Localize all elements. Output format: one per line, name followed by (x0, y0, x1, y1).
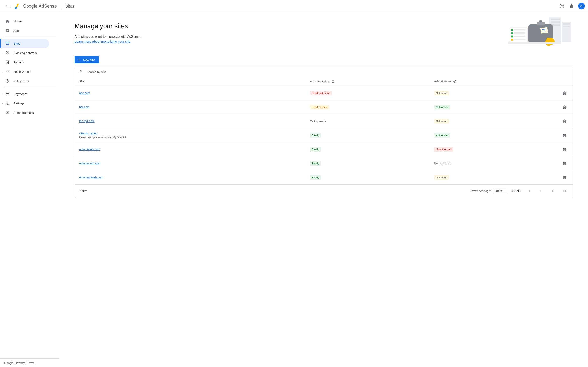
adstxt-status: Not found (434, 119, 449, 124)
adstxt-status: Not found (434, 175, 449, 180)
approval-status: Ready (310, 161, 321, 166)
svg-rect-32 (514, 39, 525, 40)
svg-rect-5 (6, 93, 9, 95)
table-row: bar.comNeeds reviewAuthorised (75, 100, 573, 114)
site-link[interactable]: bar.com (79, 105, 89, 109)
svg-point-6 (7, 103, 8, 104)
main-content: Manage your sites Add sites you want to … (60, 12, 588, 367)
approval-status: Ready (310, 133, 321, 138)
svg-rect-28 (514, 33, 525, 34)
delete-button[interactable] (561, 89, 569, 97)
delete-button[interactable] (561, 131, 569, 139)
table-row: omnomnom.comReadyNot applicable (75, 156, 573, 170)
avatar-initial: O (580, 4, 583, 8)
sidebar-item-send-feedback[interactable]: Send feedback (0, 108, 49, 117)
sidebar-item-ads[interactable]: Ads (0, 26, 49, 35)
user-avatar[interactable]: O (578, 3, 585, 9)
approval-status: Ready (310, 175, 321, 180)
adstxt-status: Authorised (434, 133, 450, 138)
svg-point-4 (7, 81, 8, 81)
prev-page-button[interactable] (537, 187, 545, 195)
site-link[interactable]: abc.com (79, 91, 90, 95)
caret-right-icon: ▸ (2, 102, 3, 104)
last-page-button[interactable] (561, 187, 569, 195)
page-title: Manage your sites (75, 22, 500, 30)
nav-label: Send feedback (13, 111, 34, 114)
logo-adsense-word: AdSense (39, 3, 57, 9)
trash-icon (562, 161, 567, 165)
help-button[interactable] (558, 2, 566, 10)
product-logo[interactable]: Google AdSense (14, 3, 57, 9)
delete-button[interactable] (561, 117, 569, 125)
sidebar-item-sites[interactable]: Sites (0, 39, 49, 48)
nav-label: Home (13, 20, 22, 23)
first-page-button[interactable] (525, 187, 533, 195)
plus-icon (77, 58, 81, 62)
nav-label: Settings (13, 101, 25, 105)
search-row (75, 67, 573, 77)
col-header-adstxt: Ads.txt status (434, 80, 558, 83)
help-icon[interactable] (331, 80, 335, 83)
site-link[interactable]: omnomeats.com (79, 148, 100, 151)
approval-status: Ready (310, 147, 321, 152)
delete-button[interactable] (561, 145, 569, 153)
search-input[interactable] (86, 70, 569, 74)
search-icon (79, 70, 83, 74)
svg-rect-17 (539, 20, 542, 22)
col-header-site: SIte (79, 80, 310, 83)
svg-line-3 (6, 52, 8, 54)
site-link[interactable]: omnomtravels.com (79, 176, 103, 179)
trash-icon (562, 175, 567, 179)
svg-rect-30 (514, 36, 525, 37)
svg-rect-13 (563, 24, 570, 25)
nav-icon (5, 78, 10, 83)
table-row: sitelink.my/fooLinked with platform part… (75, 128, 573, 142)
nav-icon (5, 28, 10, 33)
sidebar-item-settings[interactable]: ▸Settings (0, 99, 49, 108)
notifications-button[interactable] (568, 2, 576, 10)
caret-right-icon: ▸ (2, 52, 3, 54)
privacy-link[interactable]: Privacy (16, 361, 25, 364)
sidebar: HomeAdsSites▸Blocking controlsReports▸Op… (0, 12, 60, 367)
nav-label: Reports (13, 60, 24, 64)
approval-status: Getting ready (310, 120, 326, 123)
sidebar-item-blocking-controls[interactable]: ▸Blocking controls (0, 48, 49, 58)
chevron-right-icon (550, 189, 555, 193)
delete-button[interactable] (561, 159, 569, 167)
adsense-logo-icon (14, 3, 20, 9)
svg-rect-10 (551, 21, 560, 23)
sidebar-item-optimization[interactable]: ▸Optimization (0, 67, 49, 76)
nav-icon (5, 69, 10, 74)
last-page-icon (562, 189, 567, 193)
svg-rect-12 (562, 22, 571, 42)
col-header-approval: Approval status (310, 80, 434, 83)
svg-point-29 (511, 35, 513, 38)
delete-button[interactable] (561, 173, 569, 182)
delete-button[interactable] (561, 103, 569, 111)
terms-link[interactable]: Terms (27, 361, 34, 364)
table-footer: 7 sites Rows per page: 10 1-7 of 7 (75, 184, 573, 198)
learn-more-link[interactable]: Learn more about monetizing your site (75, 40, 130, 43)
app-header: Google AdSense Sites O (0, 0, 588, 12)
rows-per-page-select[interactable]: 10 (493, 188, 508, 194)
sidebar-item-reports[interactable]: Reports (0, 58, 49, 67)
rows-per-page-value: 10 (495, 189, 499, 193)
site-link[interactable]: omnomnom.com (79, 162, 100, 165)
svg-point-37 (454, 82, 455, 82)
nav-label: Sites (13, 42, 20, 45)
help-icon[interactable] (453, 80, 456, 83)
site-link[interactable]: foo.xyz.com (79, 119, 95, 123)
new-site-label: New site (83, 58, 95, 62)
sidebar-item-home[interactable]: Home (0, 17, 49, 26)
site-link[interactable]: sitelink.my/foo (79, 132, 97, 135)
table-row: abc.comNeeds attentionNot found (75, 86, 573, 100)
sidebar-item-payments[interactable]: ▸Payments (0, 89, 49, 99)
table-row: foo.xyz.comGetting readyNot found (75, 114, 573, 128)
table-row: omnomeats.comReadyUnauthorised (75, 142, 573, 156)
next-page-button[interactable] (549, 187, 557, 195)
svg-rect-18 (540, 27, 548, 33)
table-row: omnomtravels.comReadyNot found (75, 170, 573, 184)
hamburger-menu-button[interactable] (3, 1, 13, 11)
new-site-button[interactable]: New site (75, 56, 99, 63)
sidebar-item-policy-center[interactable]: Policy center (0, 76, 49, 86)
